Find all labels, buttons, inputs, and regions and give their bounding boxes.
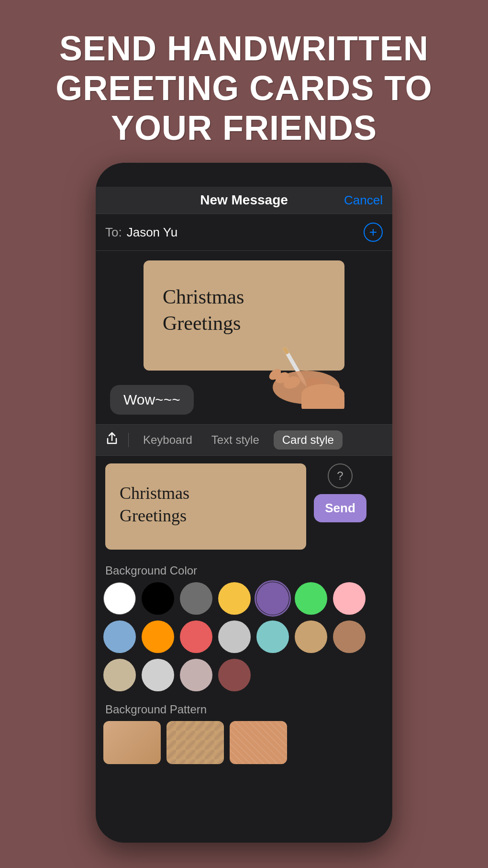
color-swatch-8[interactable] <box>142 620 174 653</box>
recipient-name: Jason Yu <box>127 225 364 240</box>
pattern-row <box>96 721 392 769</box>
to-field: To: Jason Yu + <box>96 214 392 251</box>
color-swatch-5[interactable] <box>295 582 327 615</box>
message-title: New Message <box>200 192 288 208</box>
to-label: To: <box>105 225 122 240</box>
message-area: Christmas Greetings <box>96 251 392 424</box>
color-swatch-15[interactable] <box>142 659 174 691</box>
card-preview-text: Christmas Greetings <box>120 482 189 527</box>
tab-keyboard[interactable]: Keyboard <box>138 430 197 450</box>
tab-card-style[interactable]: Card style <box>274 430 343 450</box>
toolbar-divider <box>128 433 129 447</box>
wow-bubble: Wow~~~ <box>110 385 194 415</box>
pattern-swatch-2[interactable] <box>166 721 224 764</box>
color-grid <box>96 582 392 696</box>
add-recipient-button[interactable]: + <box>364 223 383 242</box>
color-swatch-9[interactable] <box>180 620 212 653</box>
color-swatch-12[interactable] <box>295 620 327 653</box>
color-swatch-4[interactable] <box>256 582 289 615</box>
color-swatch-0[interactable] <box>103 582 136 615</box>
greeting-card-message: Christmas Greetings <box>144 260 344 371</box>
color-swatch-1[interactable] <box>142 582 174 615</box>
svg-rect-9 <box>301 392 344 409</box>
status-bar <box>96 163 392 187</box>
color-swatch-17[interactable] <box>218 659 251 691</box>
message-header: New Message Cancel <box>96 187 392 214</box>
color-swatch-14[interactable] <box>103 659 136 691</box>
share-icon[interactable] <box>105 432 119 448</box>
help-button[interactable]: ? <box>328 463 353 488</box>
color-swatch-6[interactable] <box>333 582 366 615</box>
cancel-button[interactable]: Cancel <box>344 193 383 208</box>
card-editor: Christmas Greetings ? Send <box>96 456 392 557</box>
card-preview[interactable]: Christmas Greetings <box>105 463 306 550</box>
background-color-label: Background Color <box>96 557 392 582</box>
color-swatch-7[interactable] <box>103 620 136 653</box>
color-swatch-13[interactable] <box>333 620 366 653</box>
phone-mockup: New Message Cancel To: Jason Yu + Christ… <box>96 163 392 843</box>
color-swatch-10[interactable] <box>218 620 251 653</box>
color-swatch-3[interactable] <box>218 582 251 615</box>
toolbar: Keyboard Text style Card style <box>96 424 392 456</box>
background-pattern-label: Background Pattern <box>96 696 392 721</box>
pattern-swatch-3[interactable] <box>230 721 287 764</box>
color-swatch-16[interactable] <box>180 659 212 691</box>
hero-heading: SEND HANDWRITTEN GREETING CARDS TO YOUR … <box>0 0 488 162</box>
color-swatch-11[interactable] <box>256 620 289 653</box>
card-text-message: Christmas Greetings <box>163 284 244 336</box>
color-swatch-2[interactable] <box>180 582 212 615</box>
send-button[interactable]: Send <box>314 494 366 522</box>
tab-text-style[interactable]: Text style <box>207 430 264 450</box>
hand-writing-illustration <box>239 313 373 409</box>
card-actions: ? Send <box>314 463 366 522</box>
pattern-swatch-1[interactable] <box>103 721 161 764</box>
